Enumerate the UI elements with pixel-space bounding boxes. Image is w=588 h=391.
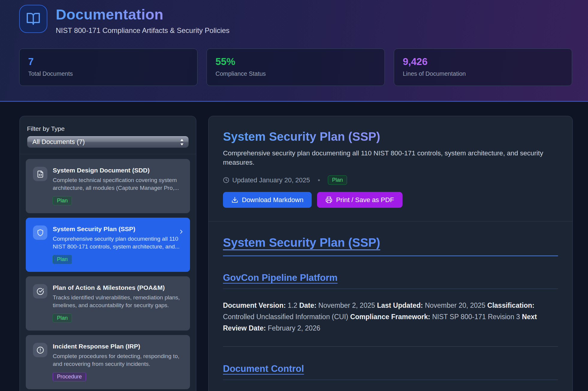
stat-compliance-status: 55% Compliance Status: [206, 49, 385, 86]
meta-value: NIST SP 800-171 Revision 3: [432, 313, 520, 321]
doc-card-description: Complete technical specification coverin…: [53, 176, 182, 192]
doc-type-badge: Procedure: [53, 372, 86, 381]
filter-label: Filter by Type: [27, 125, 189, 132]
meta-value: February 2, 2026: [268, 324, 320, 332]
stat-value: 55%: [215, 56, 376, 67]
print-button-label: Print / Save as PDF: [336, 196, 394, 204]
meta-label: Document Version:: [223, 301, 286, 309]
stat-lines-of-documentation: 9,426 Lines of Documentation: [394, 49, 572, 86]
action-buttons: Download Markdown Print / Save as PDF: [223, 192, 558, 208]
document-title: System Security Plan (SSP): [223, 129, 558, 144]
document-sidebar: Filter by Type All Documents (7): [19, 116, 196, 391]
filter-section: Filter by Type All Documents (7): [20, 116, 196, 154]
stat-value: 9,426: [403, 56, 563, 67]
download-icon: [231, 196, 238, 203]
separator-dot: •: [318, 176, 320, 184]
print-save-pdf-button[interactable]: Print / Save as PDF: [317, 192, 402, 208]
markdown-document: System Security Plan (SSP) GovCon Pipeli…: [209, 221, 572, 391]
doc-card-sdd[interactable]: System Design Document (SDD) Complete te…: [26, 159, 190, 213]
doc-card-description: Tracks identified vulnerabilities, remed…: [53, 294, 182, 309]
check-circle-icon: [33, 284, 47, 298]
book-icon: [19, 5, 47, 33]
shield-icon: [33, 225, 47, 240]
doc-card-description: Complete procedures for detecting, respo…: [53, 352, 182, 368]
stat-value: 7: [28, 56, 189, 67]
document-control-meta: Document Version: 1.2 Date: November 2, …: [223, 300, 558, 334]
doc-card-poam[interactable]: Plan of Action & Milestones (POA&M) Trac…: [26, 276, 190, 331]
stat-label: Compliance Status: [215, 70, 376, 77]
meta-value: November 20, 2025: [425, 301, 486, 309]
meta-label: Date:: [299, 301, 316, 309]
stat-label: Lines of Documentation: [403, 70, 563, 77]
select-arrows-icon: [178, 138, 186, 147]
doc-type-badge: Plan: [53, 255, 72, 264]
doc-card-title: System Design Document (SDD): [53, 167, 182, 174]
content-area: Filter by Type All Documents (7): [0, 102, 588, 390]
doc-type-badge: Plan: [53, 313, 72, 323]
doc-card-description: Comprehensive security plan documenting …: [53, 235, 182, 251]
download-markdown-button[interactable]: Download Markdown: [223, 192, 312, 208]
file-code-icon: [33, 167, 47, 181]
download-button-label: Download Markdown: [242, 196, 303, 204]
meta-value: November 2, 2025: [318, 301, 375, 309]
stat-total-documents: 7 Total Documents: [19, 49, 197, 86]
filter-select-value: All Documents (7): [32, 138, 85, 146]
alert-circle-icon: [33, 343, 47, 357]
meta-label: Compliance Framework:: [350, 313, 430, 321]
page-header: Documentation NIST 800-171 Compliance Ar…: [0, 0, 588, 102]
doc-card-title: Incident Response Plan (IRP): [53, 343, 182, 350]
markdown-h2-document-control: Document Control: [223, 363, 558, 380]
markdown-h1: System Security Plan (SSP): [223, 236, 558, 256]
doc-card-ssp-selected[interactable]: System Security Plan (SSP) Comprehensive…: [26, 218, 190, 272]
meta-label: Last Updated:: [377, 301, 423, 309]
stat-label: Total Documents: [28, 70, 189, 77]
meta-value: 1.2: [288, 301, 297, 309]
doc-card-title: Plan of Action & Milestones (POA&M): [53, 284, 182, 291]
meta-value: Controlled Unclassified Information (CUI…: [223, 313, 348, 321]
section-divider: [223, 346, 558, 347]
page-title: Documentation: [56, 6, 230, 23]
document-description: Comprehensive security plan documenting …: [223, 148, 558, 167]
stats-row: 7 Total Documents 55% Compliance Status …: [19, 49, 572, 86]
printer-icon: [325, 196, 332, 203]
meta-label: Classification:: [487, 301, 534, 309]
clock-icon: [223, 177, 229, 183]
document-list: System Design Document (SDD) Complete te…: [20, 154, 196, 391]
doc-card-irp[interactable]: Incident Response Plan (IRP) Complete pr…: [26, 335, 190, 389]
document-viewer: System Security Plan (SSP) Comprehensive…: [208, 116, 573, 391]
doc-type-badge: Plan: [53, 196, 72, 205]
doc-type-badge: Plan: [328, 175, 347, 185]
markdown-h2-govcon: GovCon Pipeline Platform: [223, 272, 558, 289]
doc-card-title: System Security Plan (SSP): [53, 225, 182, 233]
updated-date: Updated January 20, 2025: [232, 176, 310, 184]
document-meta-row: Updated January 20, 2025 • Plan: [223, 175, 558, 185]
chevron-right-icon: [178, 228, 185, 235]
filter-select[interactable]: All Documents (7): [27, 136, 189, 148]
page-subtitle: NIST 800-171 Compliance Artifacts & Secu…: [56, 26, 230, 35]
documentation-page: Documentation NIST 800-171 Compliance Ar…: [0, 0, 588, 391]
